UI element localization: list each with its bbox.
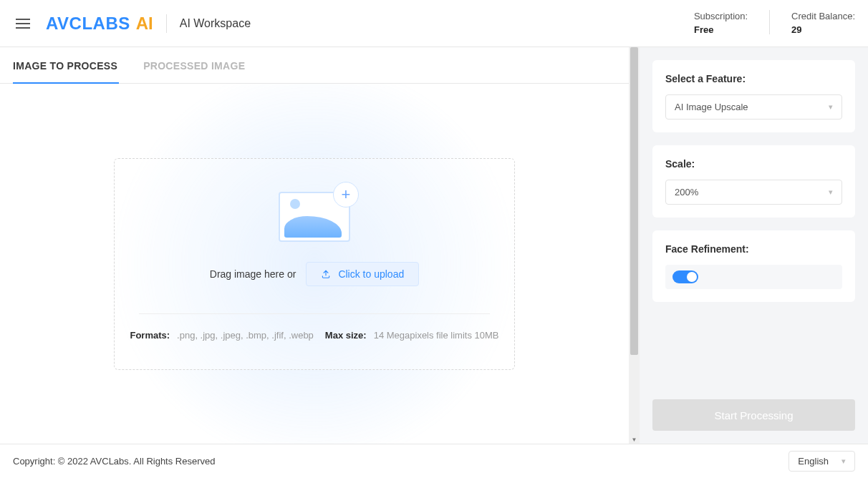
feature-card: Select a Feature: AI Image Upscale ▾ (652, 60, 855, 132)
language-value: English (798, 456, 829, 467)
credit-block: Credit Balance: 29 (791, 10, 855, 36)
scale-select[interactable]: 200% ▾ (665, 180, 842, 205)
face-refinement-card: Face Refinement: (652, 230, 855, 302)
subscription-value: Free (694, 24, 748, 36)
drag-text: Drag image here or (210, 268, 296, 280)
image-placeholder-icon: + (279, 186, 350, 242)
feature-select-value: AI Image Upscale (675, 102, 748, 112)
left-panel: IMAGE TO PROCESS PROCESSED IMAGE + Drag … (0, 47, 629, 444)
hamburger-menu-icon[interactable] (13, 16, 33, 31)
formats-label: Formats: (130, 330, 170, 341)
divider (769, 10, 770, 34)
credit-label: Credit Balance: (791, 10, 855, 23)
scroll-down-icon[interactable]: ▼ (629, 435, 640, 444)
chevron-down-icon: ▾ (829, 102, 833, 112)
chevron-down-icon: ▾ (829, 187, 833, 197)
tab-image-to-process[interactable]: IMAGE TO PROCESS (13, 47, 117, 83)
footer: Copyright: © 2022 AVCLabs. All Rights Re… (0, 444, 868, 478)
copyright-text: Copyright: © 2022 AVCLabs. All Rights Re… (13, 456, 215, 467)
credit-value: 29 (791, 24, 855, 36)
feature-select[interactable]: AI Image Upscale ▾ (665, 94, 842, 120)
start-processing-button[interactable]: Start Processing (652, 399, 855, 431)
divider (166, 14, 167, 33)
logo-text-1: AVCLABS (46, 14, 130, 34)
feature-label: Select a Feature: (665, 73, 842, 84)
plus-icon: + (333, 182, 359, 208)
subscription-label: Subscription: (694, 10, 748, 23)
language-select[interactable]: English ▾ (789, 451, 855, 472)
upload-button-label: Click to upload (338, 268, 404, 280)
face-refinement-label: Face Refinement: (665, 243, 842, 255)
dropzone[interactable]: + Drag image here or Click to upload For… (114, 158, 515, 370)
settings-panel: Select a Feature: AI Image Upscale ▾ Sca… (640, 47, 868, 444)
header-right: Subscription: Free Credit Balance: 29 (694, 10, 855, 36)
page-title: AI Workspace (180, 17, 251, 30)
upload-area: + Drag image here or Click to upload For… (0, 84, 629, 444)
upload-button[interactable]: Click to upload (306, 262, 419, 286)
subscription-block: Subscription: Free (694, 10, 748, 36)
chevron-down-icon: ▾ (842, 457, 846, 466)
maxsize-label: Max size: (325, 330, 367, 341)
main: IMAGE TO PROCESS PROCESSED IMAGE + Drag … (0, 47, 868, 444)
scale-select-value: 200% (675, 187, 698, 197)
scale-card: Scale: 200% ▾ (652, 145, 855, 218)
face-refinement-toggle[interactable] (672, 270, 698, 283)
tabs: IMAGE TO PROCESS PROCESSED IMAGE (0, 47, 629, 84)
upload-icon (321, 269, 331, 279)
divider (139, 313, 490, 314)
formats-value: .png, .jpg, .jpeg, .bmp, .jfif, .webp (177, 330, 314, 341)
tab-processed-image[interactable]: PROCESSED IMAGE (143, 47, 245, 83)
scale-label: Scale: (665, 158, 842, 170)
upload-info: Formats: .png, .jpg, .jpeg, .bmp, .jfif,… (130, 330, 498, 341)
scrollbar-thumb[interactable] (630, 47, 638, 355)
header: AVCLABS AI AI Workspace Subscription: Fr… (0, 0, 868, 47)
logo-text-2: AI (136, 14, 153, 34)
maxsize-value: 14 Megapixels file limits 10MB (374, 330, 499, 341)
logo[interactable]: AVCLABS AI (46, 14, 153, 34)
scrollbar[interactable]: ▲ ▼ (629, 47, 640, 444)
